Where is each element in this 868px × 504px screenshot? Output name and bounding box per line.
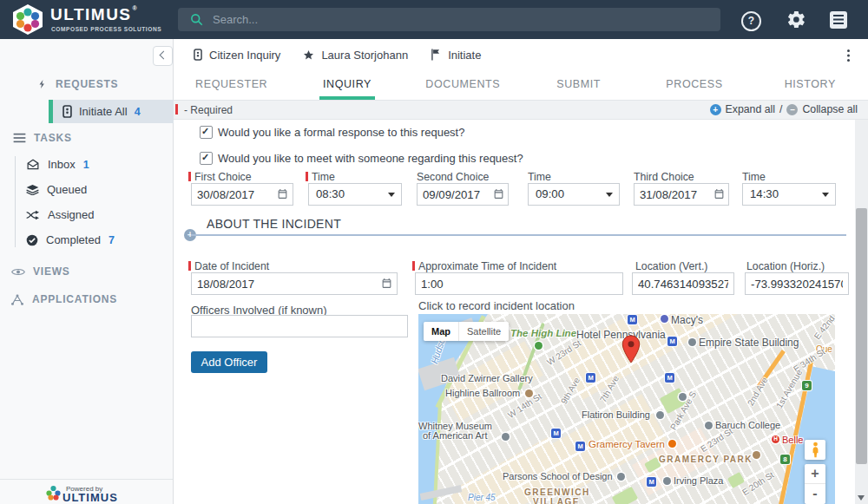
location-horiz-input[interactable] xyxy=(745,272,849,295)
breadcrumb-process[interactable]: Citizen Inquiry xyxy=(194,49,280,62)
settings-gear-icon[interactable] xyxy=(786,10,806,29)
kebab-menu-icon[interactable] xyxy=(847,49,850,52)
calendar-icon[interactable] xyxy=(713,188,725,200)
tab-documents[interactable]: DOCUMENTS xyxy=(405,70,521,100)
sidebar-section-views[interactable]: VIEWS xyxy=(11,265,70,278)
queued-layers-icon xyxy=(26,184,39,195)
required-legend: - Required xyxy=(184,104,233,116)
collapse-all-link[interactable]: Collapse all xyxy=(802,103,858,115)
macys-shopping-icon xyxy=(661,315,668,323)
sidebar-collapse-button[interactable] xyxy=(153,46,173,66)
breadcrumb-action[interactable]: Initiate xyxy=(431,49,481,62)
queued-label: Queued xyxy=(47,183,87,196)
formal-response-label: Would you like a formal response to this… xyxy=(218,126,464,139)
first-time-select[interactable]: 08:30 xyxy=(308,183,402,206)
process-doc-icon xyxy=(194,49,202,61)
location-vert-input[interactable] xyxy=(632,272,734,295)
powered-by-logo-icon xyxy=(45,485,62,501)
search-input[interactable] xyxy=(178,8,720,31)
sidebar-item-inbox[interactable]: Inbox 1 xyxy=(26,158,89,171)
expand-all-icon[interactable] xyxy=(710,104,721,115)
calendar-icon[interactable] xyxy=(277,188,288,200)
bellevue-hospital-icon xyxy=(772,435,779,443)
baruch-poi-icon xyxy=(705,422,713,429)
pegman-streetview-control[interactable] xyxy=(805,440,825,460)
third-time-label: Time xyxy=(742,171,766,183)
second-time-select[interactable]: 09:00 xyxy=(528,183,620,206)
completed-check-icon xyxy=(26,234,38,246)
scrollbar-thumb[interactable] xyxy=(856,208,867,464)
map-marker-pin[interactable] xyxy=(621,335,641,363)
zoom-out-button[interactable]: - xyxy=(805,484,825,504)
breadcrumb-user-label: Laura Storjohann xyxy=(321,49,408,62)
cafe-poi-icon xyxy=(753,451,760,459)
map-label: Parsons School of Design xyxy=(503,471,613,481)
expand-collapse-separator: / xyxy=(779,103,782,115)
sidebar-footer: Powered by ULTIMUS xyxy=(0,479,173,504)
tab-process[interactable]: PROCESS xyxy=(636,70,752,100)
add-officer-button[interactable]: Add Officer xyxy=(191,351,267,373)
tab-submit[interactable]: SUBMIT xyxy=(521,70,636,100)
sidebar-section-applications[interactable]: APPLICATIONS xyxy=(10,293,117,305)
map-caption: Click to record incident location xyxy=(418,299,575,312)
location-vert-label: Location (Vert.) xyxy=(635,260,707,272)
approx-time-label: Approximate Time of Incident xyxy=(412,260,556,272)
subway-icon xyxy=(667,337,677,346)
applications-label: APPLICATIONS xyxy=(32,293,117,305)
breadcrumb-user[interactable]: Laura Storjohann xyxy=(303,49,408,62)
calendar-icon[interactable] xyxy=(493,188,504,200)
expand-all-link[interactable]: Expand all xyxy=(726,103,775,115)
whitney-poi-icon xyxy=(502,433,510,441)
highline-ballroom-poi-icon xyxy=(525,389,533,397)
tasks-tree-line xyxy=(15,156,16,247)
map-type-map-button[interactable]: Map xyxy=(424,322,458,341)
sidebar-item-initiate-all[interactable]: Initiate All 4 xyxy=(49,100,183,123)
flag-icon xyxy=(431,49,441,61)
map-label: Highline Ballroom xyxy=(445,388,520,398)
date-of-incident-input[interactable] xyxy=(191,272,398,295)
subway-icon xyxy=(575,442,585,451)
views-label: VIEWS xyxy=(33,265,70,278)
tasks-list-icon xyxy=(13,133,26,143)
tab-bar: REQUESTER INQUIRY DOCUMENTS SUBMIT PROCE… xyxy=(174,70,868,100)
officers-input[interactable] xyxy=(191,315,408,337)
approx-time-input[interactable] xyxy=(415,272,623,295)
subway-icon xyxy=(628,315,637,324)
breadcrumb-process-label: Citizen Inquiry xyxy=(209,49,280,62)
sidebar-item-completed[interactable]: Completed 7 xyxy=(26,233,115,246)
tab-inquiry[interactable]: INQUIRY xyxy=(289,70,404,100)
breadcrumb-action-label: Initiate xyxy=(448,49,481,62)
zoom-in-button[interactable]: + xyxy=(805,464,825,484)
required-red-mark xyxy=(175,104,178,115)
incident-location-map[interactable]: Pier 62 The High Line Hotel Pennsylvania… xyxy=(418,314,835,504)
flatiron-poi-icon xyxy=(656,411,664,419)
help-icon[interactable] xyxy=(741,11,761,31)
subway-icon xyxy=(586,373,595,383)
map-area-label: VILLAGE xyxy=(533,497,580,504)
views-eye-icon xyxy=(11,267,25,277)
map-type-control: Map Satellite xyxy=(424,322,509,341)
collapse-all-icon[interactable] xyxy=(786,104,798,115)
third-time-select[interactable]: 14:30 xyxy=(742,183,836,206)
tab-history[interactable]: HISTORY xyxy=(753,70,868,100)
sidebar-item-assigned[interactable]: Assigned xyxy=(26,208,94,221)
tab-requester[interactable]: REQUESTER xyxy=(174,70,289,100)
map-label: David Zwirner Gallery xyxy=(441,373,533,383)
sidebar-item-queued[interactable]: Queued xyxy=(26,183,87,196)
topbar: ULTIMUS COMPOSED PROCESS SOLUTIONS xyxy=(0,0,868,39)
sidebar-section-requests[interactable]: REQUESTS xyxy=(37,78,118,90)
formal-response-checkbox[interactable] xyxy=(200,126,213,139)
calendar-icon[interactable] xyxy=(381,278,392,289)
section-title-about-incident: ABOUT THE INCIDENT xyxy=(207,217,341,231)
menu-list-icon[interactable] xyxy=(830,11,847,29)
map-type-satellite-button[interactable]: Satellite xyxy=(458,322,509,341)
sidebar-section-tasks[interactable]: TASKS xyxy=(13,132,72,144)
scrollbar-down-arrow[interactable] xyxy=(858,495,865,504)
meet-someone-checkbox[interactable] xyxy=(200,152,213,165)
empire-state-poi-icon xyxy=(688,338,696,346)
map-label: Flatiron Building xyxy=(582,409,650,420)
main-panel: Citizen Inquiry Laura Storjohann Initiat… xyxy=(174,39,868,504)
initiate-all-count: 4 xyxy=(135,106,141,118)
meet-someone-label: Would you like to meet with someone rega… xyxy=(218,152,523,165)
required-mark xyxy=(412,261,415,271)
